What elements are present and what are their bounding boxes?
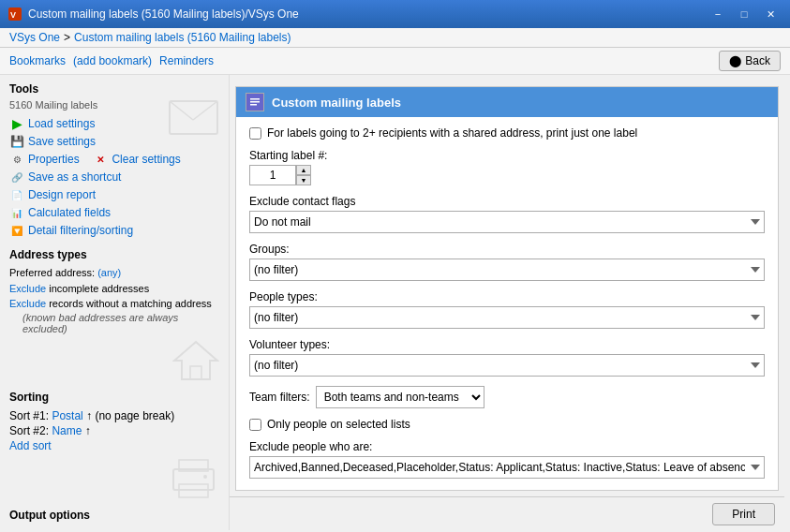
calculated-fields-icon: 📊: [9, 205, 24, 220]
sort1-link[interactable]: Postal: [52, 409, 82, 422]
output-section: Print to: Screen: [9, 529, 219, 531]
load-settings-link[interactable]: Load settings: [28, 117, 95, 130]
people-types-label: People types:: [249, 290, 765, 303]
incomplete-label: incomplete addresses: [49, 283, 149, 294]
detail-filtering-link[interactable]: Detail filtering/sorting: [28, 224, 133, 237]
bookmarks-link[interactable]: Bookmarks: [9, 54, 66, 67]
people-types-select[interactable]: (no filter): [249, 306, 765, 329]
print-button[interactable]: Print: [712, 503, 775, 525]
calculated-fields-link[interactable]: Calculated fields: [28, 206, 111, 219]
starting-label-input[interactable]: [249, 165, 296, 185]
design-report-link[interactable]: Design report: [28, 188, 96, 201]
load-settings-icon: ▶: [9, 116, 24, 131]
main-content-panel: Custom mailing labels For labels going t…: [235, 86, 779, 491]
nav-links: Bookmarks (add bookmark) Reminders: [9, 54, 214, 67]
save-shortcut-row: 🔗 Save as a shortcut: [9, 170, 219, 185]
exclude-people-group: Exclude people who are: Archived,Banned,…: [249, 440, 765, 479]
spinner-buttons: ▲ ▼: [296, 165, 311, 185]
save-settings-icon: 💾: [9, 134, 24, 149]
print-to-label: Print to:: [9, 529, 48, 531]
add-sort-link[interactable]: Add sort: [9, 439, 52, 452]
house-watermark: [172, 338, 219, 383]
reminders-link[interactable]: Reminders: [159, 54, 214, 67]
sort1-label: Sort #1:: [9, 409, 49, 422]
only-selected-lists-label: Only people on selected lists: [267, 418, 410, 431]
title-bar: V Custom mailing labels (5160 Mailing la…: [0, 0, 790, 28]
properties-link[interactable]: Properties: [28, 153, 80, 166]
breadcrumb-sep: >: [64, 31, 70, 44]
volunteer-types-select[interactable]: (no filter): [249, 354, 765, 377]
sort2-arrow: ↑: [85, 424, 91, 437]
shared-address-checkbox[interactable]: [249, 127, 261, 140]
exclude-people-select[interactable]: Archived,Banned,Deceased,Placeholder,Sta…: [249, 456, 765, 479]
address-exclude1-row: Exclude incomplete addresses: [9, 281, 219, 297]
sorting-heading: Sorting: [9, 391, 219, 404]
address-preferred-row: Preferred address: (any): [9, 265, 219, 281]
volunteer-types-group: Volunteer types: (no filter): [249, 338, 765, 377]
title-bar-controls: − □ ✕: [706, 5, 783, 23]
add-bookmark-link[interactable]: (add bookmark): [73, 54, 152, 67]
team-filters-label: Team filters:: [249, 391, 310, 404]
starting-label-group: Starting label #: ▲ ▼: [249, 149, 765, 185]
minimize-button[interactable]: −: [706, 5, 730, 23]
exclude1-link[interactable]: Exclude: [9, 283, 46, 294]
breadcrumb-current[interactable]: Custom mailing labels (5160 Mailing labe…: [74, 31, 291, 44]
back-icon: ⬤: [729, 54, 741, 67]
back-label: Back: [745, 54, 770, 67]
save-shortcut-link[interactable]: Save as a shortcut: [28, 170, 121, 184]
only-selected-lists-row: Only people on selected lists: [249, 418, 765, 431]
properties-row: ⚙ Properties ✕ Clear settings: [9, 152, 219, 167]
back-button[interactable]: ⬤ Back: [719, 51, 781, 71]
sort2-row: Sort #2: Name ↑: [9, 424, 219, 437]
shared-address-checkbox-row: For labels going to 2+ recipients with a…: [249, 126, 765, 140]
only-selected-lists-checkbox[interactable]: [249, 419, 261, 431]
printer-watermark: [168, 456, 219, 501]
bottom-footer: Print: [230, 496, 784, 530]
screen-link[interactable]: Screen: [52, 529, 87, 531]
save-settings-link[interactable]: Save settings: [28, 135, 96, 148]
clear-settings-icon: ✕: [93, 152, 108, 167]
team-filters-row: Team filters: Both teams and non-teams T…: [249, 386, 765, 408]
groups-select[interactable]: (no filter): [249, 259, 765, 281]
app-icon: V: [7, 7, 22, 22]
spinner-down-button[interactable]: ▼: [296, 175, 311, 185]
save-settings-row: 💾 Save settings: [9, 134, 219, 149]
people-types-group: People types: (no filter): [249, 290, 765, 329]
close-button[interactable]: ✕: [758, 5, 783, 23]
team-filters-select[interactable]: Both teams and non-teams Teams only Non-…: [316, 386, 484, 408]
design-report-icon: 📄: [9, 187, 24, 202]
content-header: Custom mailing labels: [236, 87, 778, 117]
exclude-flags-select[interactable]: Do not mail: [249, 211, 765, 233]
sort2-link[interactable]: Name: [52, 424, 82, 437]
groups-label: Groups:: [249, 243, 765, 256]
detail-filtering-icon: 🔽: [9, 223, 24, 238]
tools-subtitle: 5160 Mailing labels: [9, 99, 219, 111]
spinner-up-button[interactable]: ▲: [296, 165, 311, 175]
svg-rect-13: [250, 98, 260, 100]
exclude2-link[interactable]: Exclude: [9, 298, 46, 309]
svg-marker-5: [174, 342, 217, 379]
no-match-label: records without a matching address: [49, 298, 212, 309]
any-link[interactable]: (any): [97, 267, 121, 278]
breadcrumb-home[interactable]: VSys One: [9, 31, 60, 44]
sidebar: Tools 5160 Mailing labels ▶ Load setting…: [0, 75, 230, 530]
sort1-extra: (no page break): [95, 409, 174, 422]
sorting-section: Sort #1: Postal ↑ (no page break) Sort #…: [9, 409, 219, 452]
address-note: (known bad addresses are always excluded…: [22, 312, 219, 334]
content-body: For labels going to 2+ recipients with a…: [236, 117, 778, 491]
svg-text:V: V: [10, 10, 16, 20]
exclude-flags-label: Exclude contact flags: [249, 195, 765, 208]
nav-bar: Bookmarks (add bookmark) Reminders ⬤ Bac…: [0, 48, 790, 75]
address-exclude2-row: Exclude records without a matching addre…: [9, 296, 219, 312]
content-title: Custom mailing labels: [272, 96, 401, 110]
address-types-heading: Address types: [9, 248, 219, 261]
main-layout: Tools 5160 Mailing labels ▶ Load setting…: [0, 75, 790, 530]
detail-filtering-row: 🔽 Detail filtering/sorting: [9, 223, 219, 238]
maximize-button[interactable]: □: [732, 5, 756, 23]
groups-group: Groups: (no filter): [249, 243, 765, 281]
breadcrumb: VSys One > Custom mailing labels (5160 M…: [0, 28, 790, 48]
clear-settings-link[interactable]: Clear settings: [112, 153, 180, 166]
starting-label-spinner: ▲ ▼: [249, 165, 765, 185]
sort1-arrow: ↑: [86, 409, 92, 422]
svg-point-10: [203, 475, 207, 479]
